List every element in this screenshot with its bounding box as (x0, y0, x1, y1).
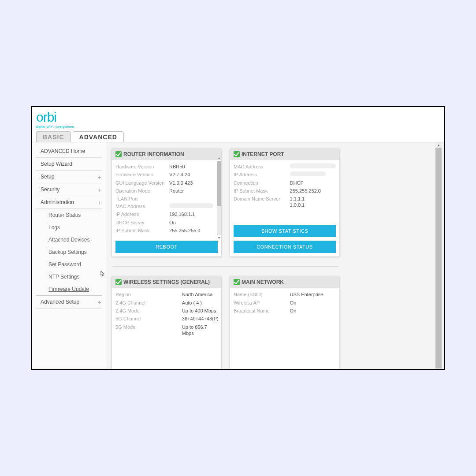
nav-label: Security (41, 186, 60, 193)
row: MAC Addressxxxxxxxxxx (234, 163, 336, 171)
plus-icon: + (98, 174, 101, 181)
row: Broadcast NameOn (234, 307, 336, 315)
nav-label: Administration (41, 199, 74, 205)
nav-setup[interactable]: Setup + (36, 171, 102, 183)
card-title: MAIN NETWORK (242, 279, 284, 285)
check-icon (234, 151, 240, 157)
card-title: INTERNET PORT (242, 151, 284, 157)
card-title: WIRELESS SETTINGS (GENERAL) (123, 279, 210, 285)
row: 5G Channel36+40+44+48(P) (115, 315, 218, 323)
scroll-down-icon[interactable]: ▾ (217, 236, 221, 240)
nav-advanced-setup[interactable]: Advanced Setup + (36, 296, 102, 309)
card-title: ROUTER INFORMATION (123, 151, 184, 157)
card-actions: REBOOT (112, 237, 221, 257)
card-header: WIRELESS SETTINGS (GENERAL) (112, 276, 221, 288)
brand-logo: orbi Better WiFi. Everywhere. (36, 111, 440, 129)
subnav-backup-settings[interactable]: Backup Settings (36, 246, 102, 258)
row: Operation ModeRouter (115, 187, 213, 195)
content-area: ROUTER INFORMATION Hardware VersionRBR50… (107, 142, 444, 370)
sidebar: ADVANCED Home Setup Wizard Setup + Secur… (32, 142, 107, 370)
nav-security[interactable]: Security + (36, 183, 102, 196)
subnav-ntp-settings[interactable]: NTP Settings (36, 271, 102, 283)
row: Wireless APOn (234, 299, 336, 307)
row: IP Subnet Mask255.255.255.0 (115, 227, 213, 234)
connection-status-button[interactable]: CONNECTION STATUS (234, 241, 336, 253)
card-body: Name (SSID)USS Enterprise Wireless APOn … (230, 288, 339, 369)
body: ADVANCED Home Setup Wizard Setup + Secur… (32, 142, 444, 370)
reboot-button[interactable]: REBOOT (115, 241, 218, 253)
row: Domain Name Server1.1.1.1 1.0.0.1 (234, 195, 336, 209)
scroll-up-icon[interactable]: ▴ (217, 156, 221, 160)
card-header: MAIN NETWORK (230, 276, 339, 288)
nav-label: Setup Wizard (41, 161, 72, 167)
row: 2.4G ChannelAuto ( 4 ) (115, 299, 218, 307)
row: GUI Language VersionV1.0.0.423 (115, 179, 213, 187)
row: 2.4G ModeUp to 400 Mbps (115, 307, 218, 315)
scroll-thumb[interactable] (435, 148, 442, 368)
subnav-router-status[interactable]: Router Status (36, 209, 102, 221)
card-internet-port: INTERNET PORT MAC Addressxxxxxxxxxx IP A… (230, 149, 339, 257)
card-main-network: MAIN NETWORK Name (SSID)USS Enterprise W… (230, 276, 339, 369)
scroll-up-icon[interactable]: ▴ (435, 143, 442, 147)
row: MAC Addressxxxxxxxxxx (115, 202, 213, 210)
card-grid: ROUTER INFORMATION Hardware VersionRBR50… (111, 149, 440, 369)
row: 5G ModeUp to 866.7 Mbps (115, 323, 218, 338)
subnav-logs[interactable]: Logs (36, 221, 102, 234)
card-body: RegionNorth America 2.4G ChannelAuto ( 4… (112, 288, 221, 369)
plus-icon: + (98, 299, 101, 306)
nav-advanced-home[interactable]: ADVANCED Home (36, 145, 102, 158)
lan-port-label: LAN Port (115, 195, 213, 202)
card-header: ROUTER INFORMATION (112, 149, 221, 160)
row: IP Addressxxxxxxx (234, 171, 336, 178)
scroll-thumb[interactable] (217, 161, 221, 206)
check-icon (234, 279, 240, 285)
app-window: orbi Better WiFi. Everywhere. BASIC ADVA… (31, 106, 445, 370)
divider (112, 266, 339, 267)
plus-icon: + (98, 199, 101, 206)
subnav-attached-devices[interactable]: Attached Devices (36, 234, 102, 246)
row: ConnectionDHCP (234, 179, 336, 187)
nav-label: Advanced Setup (41, 299, 79, 305)
main-tabs: BASIC ADVANCED (36, 131, 440, 142)
card-scrollbar[interactable]: ▴ ▾ (217, 161, 221, 235)
brand-name: orbi (36, 110, 56, 124)
card-router-info: ROUTER INFORMATION Hardware VersionRBR50… (112, 149, 221, 257)
card-wireless-settings: WIRELESS SETTINGS (GENERAL) RegionNorth … (112, 276, 221, 369)
nav-label: ADVANCED Home (41, 148, 85, 154)
check-icon (115, 151, 122, 157)
row: Hardware VersionRBR50 (115, 163, 213, 171)
nav-setup-wizard[interactable]: Setup Wizard (36, 158, 102, 171)
tab-advanced[interactable]: ADVANCED (73, 131, 124, 142)
row: RegionNorth America (115, 290, 218, 298)
brand-tagline: Better WiFi. Everywhere. (36, 125, 440, 129)
nav-administration[interactable]: Administration + (36, 196, 102, 209)
tab-basic[interactable]: BASIC (36, 131, 71, 142)
plus-icon: + (98, 186, 101, 193)
subnav-set-password[interactable]: Set Password (36, 258, 102, 271)
card-actions: SHOW STATISTICS CONNECTION STATUS (230, 221, 339, 257)
row: DHCP ServerOn (115, 219, 213, 227)
nav-label: Setup (41, 174, 54, 180)
show-statistics-button[interactable]: SHOW STATISTICS (234, 225, 336, 237)
check-icon (115, 279, 122, 285)
row: Firmware VersionV2.7.4.24 (115, 171, 213, 178)
row: IP Subnet Mask255.255.252.0 (234, 187, 336, 195)
card-body: MAC Addressxxxxxxxxxx IP Addressxxxxxxx … (230, 160, 339, 221)
row: IP Address192.168.1.1 (115, 210, 213, 218)
header: orbi Better WiFi. Everywhere. BASIC ADVA… (32, 107, 444, 142)
subnav-firmware-update[interactable]: Firmware Update (36, 283, 102, 296)
card-body: Hardware VersionRBR50 Firmware VersionV2… (112, 160, 221, 237)
card-header: INTERNET PORT (230, 149, 339, 160)
row: Name (SSID)USS Enterprise (234, 290, 336, 298)
page-scrollbar[interactable]: ▴ (435, 142, 442, 370)
